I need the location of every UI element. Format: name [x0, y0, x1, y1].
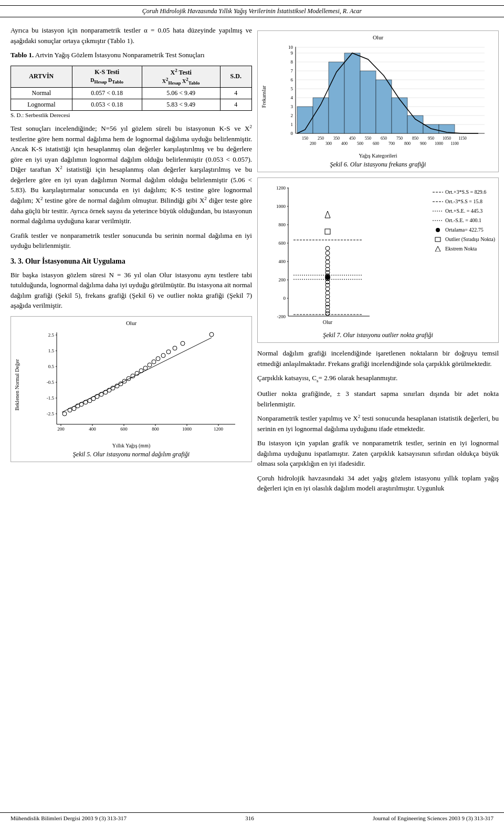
table-row: Normal 0.057 < 0.18 5.06 < 9.49 4 — [11, 87, 252, 99]
svg-text:1.5: 1.5 — [48, 348, 54, 353]
fig6-ylabel: Frekanslar — [261, 86, 267, 108]
col-artvin: ARTVİN — [11, 66, 72, 87]
svg-rect-153 — [325, 229, 330, 234]
col-sd: S.D. — [220, 66, 251, 87]
right-para1: Normal dağılım grafiği incelendiğinde iş… — [257, 348, 499, 369]
page: Çoruh Hidrolojik Havzasında Yıllık Yağış… — [0, 0, 504, 826]
legend-item-7: Ekstrem Nokta — [445, 244, 477, 254]
svg-text:1100: 1100 — [450, 141, 459, 146]
svg-text:1000: 1000 — [276, 204, 286, 209]
svg-rect-83 — [344, 53, 360, 133]
tablo-heading: Tablo 1. Artvin Yağış Gözlem İstasyonu N… — [10, 50, 252, 60]
left-column: Ayrıca bu istasyon için nonparametrik te… — [10, 25, 252, 498]
svg-point-35 — [95, 394, 99, 399]
svg-point-29 — [72, 406, 76, 411]
svg-rect-81 — [313, 98, 329, 133]
svg-text:700: 700 — [388, 141, 395, 146]
svg-point-43 — [127, 377, 131, 381]
svg-point-47 — [143, 366, 148, 370]
svg-text:250: 250 — [318, 136, 324, 141]
fig7-chart: 1200 1000 800 600 400 200 0 — [265, 182, 427, 329]
svg-point-55 — [209, 332, 214, 337]
right-para2: Çarpıklık katsayısı, Cs= 2.96 olarak hes… — [257, 373, 499, 384]
fig6-chart: 0 1 2 3 4 5 6 7 8 9 10 — [277, 41, 487, 152]
svg-text:6: 6 — [290, 77, 293, 82]
fig5-caption: Şekil 5. Olur istasyonu normal dağılım g… — [14, 451, 248, 458]
fig7-legend: Ort.+3*S.S = 829.6 Ort.-3*S.S = 15.8 Ort… — [433, 182, 495, 329]
results-table: ARTVİN K-S TestiDHesap DTablo X2 TestiX2… — [10, 66, 252, 111]
svg-point-53 — [173, 346, 177, 350]
svg-text:300: 300 — [326, 141, 332, 146]
page-header: Çoruh Hidrolojik Havzasında Yıllık Yağış… — [0, 5, 504, 17]
main-content: Ayrıca bu istasyon için nonparametrik te… — [0, 25, 504, 498]
svg-text:500: 500 — [357, 141, 363, 146]
svg-rect-86 — [392, 98, 407, 133]
svg-line-26 — [62, 338, 212, 412]
table-wrapper: ARTVİN K-S TestiDHesap DTablo X2 TestiX2… — [10, 66, 252, 118]
row-normal-ks: 0.057 < 0.18 — [72, 87, 142, 99]
svg-text:1000: 1000 — [435, 141, 443, 146]
svg-text:1: 1 — [290, 122, 293, 127]
svg-text:0: 0 — [290, 131, 293, 136]
svg-point-150 — [326, 251, 330, 255]
svg-text:-2.5: -2.5 — [46, 411, 54, 416]
fig5-xlabel: Yıllık Yağış (mm) — [14, 443, 248, 448]
svg-text:2: 2 — [290, 113, 293, 118]
svg-text:150: 150 — [302, 136, 308, 141]
legend-item-2: Ort.-3*S.S = 15.8 — [445, 197, 482, 206]
svg-text:8: 8 — [290, 59, 293, 65]
svg-text:350: 350 — [333, 136, 340, 141]
fig7-caption: Şekil 7. Olur istasyonu outlier nokta gr… — [261, 331, 495, 339]
section-heading: 3. 3. Olur İstasyonuna Ait Uygulama — [10, 257, 252, 266]
svg-text:200: 200 — [57, 426, 65, 432]
svg-text:2.5: 2.5 — [48, 332, 54, 338]
svg-rect-85 — [376, 80, 392, 133]
figure-5: Olur Beklenen Normal Değer 2.5 1.5 0.5 — [10, 316, 252, 462]
svg-point-151 — [326, 246, 330, 250]
svg-point-49 — [152, 360, 156, 364]
svg-text:1050: 1050 — [443, 136, 451, 141]
svg-point-152 — [325, 275, 330, 280]
svg-text:7: 7 — [290, 68, 293, 74]
row-lognormal-label: Lognormal — [11, 99, 72, 110]
fig6-caption: Şekil 6. Olur istasyonu frekans grafiği — [261, 161, 495, 169]
footer-left: Mühendislik Bilimleri Dergisi 2003 9 (3)… — [10, 815, 127, 821]
svg-point-48 — [148, 363, 152, 367]
svg-point-31 — [79, 402, 83, 406]
svg-text:1200: 1200 — [276, 185, 286, 191]
svg-text:900: 900 — [420, 141, 426, 146]
header-title: Çoruh Hidrolojik Havzasında Yıllık Yağış… — [142, 7, 362, 15]
row-lognormal-ks: 0.053 < 0.18 — [72, 99, 142, 110]
svg-point-27 — [62, 412, 67, 416]
col-x2: X2 TestiX2Hesap X2Tablo — [142, 66, 220, 87]
para-olur1: Bir başka istasyon gözlem süresi N = 36 … — [10, 270, 252, 311]
svg-point-28 — [68, 408, 72, 412]
fig5-chart: 2.5 1.5 0.5 -0.5 -1.5 -2.5 200 — [33, 327, 238, 443]
legend-item-5: Ortalama= 422.75 — [445, 225, 484, 235]
svg-text:450: 450 — [349, 136, 355, 141]
svg-text:1200: 1200 — [214, 426, 224, 432]
figure-6: Olur Frekanslar 0 1 2 3 4 5 6 — [257, 30, 499, 172]
right-para3: Outlier nokta grafiğinde, ± 3 standart s… — [257, 389, 499, 409]
svg-text:Olur: Olur — [322, 319, 332, 325]
svg-rect-161 — [435, 237, 440, 242]
svg-text:550: 550 — [365, 136, 371, 141]
svg-text:400: 400 — [278, 259, 286, 264]
row-lognormal-x2: 5.83 < 9.49 — [142, 99, 220, 110]
legend-item-4: Ort.-S.E. = 400.1 — [445, 216, 481, 225]
svg-text:10: 10 — [288, 45, 293, 50]
svg-text:4: 4 — [290, 95, 293, 100]
fig5-ylabel: Beklenen Normal Değer — [14, 359, 20, 411]
para-test: Test sonuçları incelendiğinde; N=56 yıl … — [10, 123, 252, 226]
svg-point-52 — [166, 350, 171, 354]
footer-center: 316 — [245, 815, 254, 821]
row-normal-x2: 5.06 < 9.49 — [142, 87, 220, 99]
svg-point-50 — [156, 357, 160, 361]
svg-text:650: 650 — [381, 136, 387, 141]
svg-text:800: 800 — [404, 141, 411, 146]
svg-point-51 — [161, 353, 165, 358]
svg-text:950: 950 — [428, 136, 434, 141]
svg-point-32 — [83, 400, 88, 404]
svg-text:750: 750 — [396, 136, 403, 141]
svg-point-160 — [436, 228, 440, 232]
